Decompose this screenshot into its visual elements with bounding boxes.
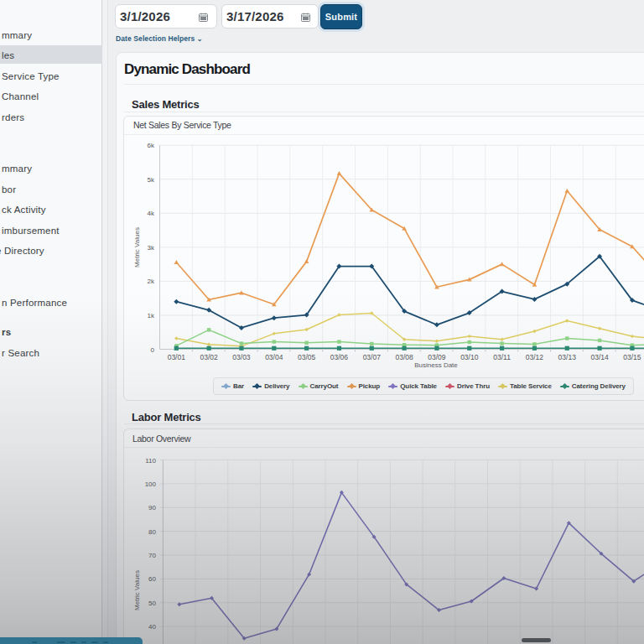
svg-text:50: 50 — [148, 600, 156, 607]
svg-text:70: 70 — [148, 552, 156, 559]
svg-text:90: 90 — [148, 504, 156, 512]
svg-text:60: 60 — [148, 575, 156, 583]
svg-text:Metric Values: Metric Values — [133, 570, 141, 610]
svg-text:110: 110 — [145, 457, 156, 465]
svg-text:80: 80 — [148, 528, 156, 536]
svg-text:40: 40 — [148, 623, 156, 631]
svg-text:100: 100 — [145, 480, 157, 488]
